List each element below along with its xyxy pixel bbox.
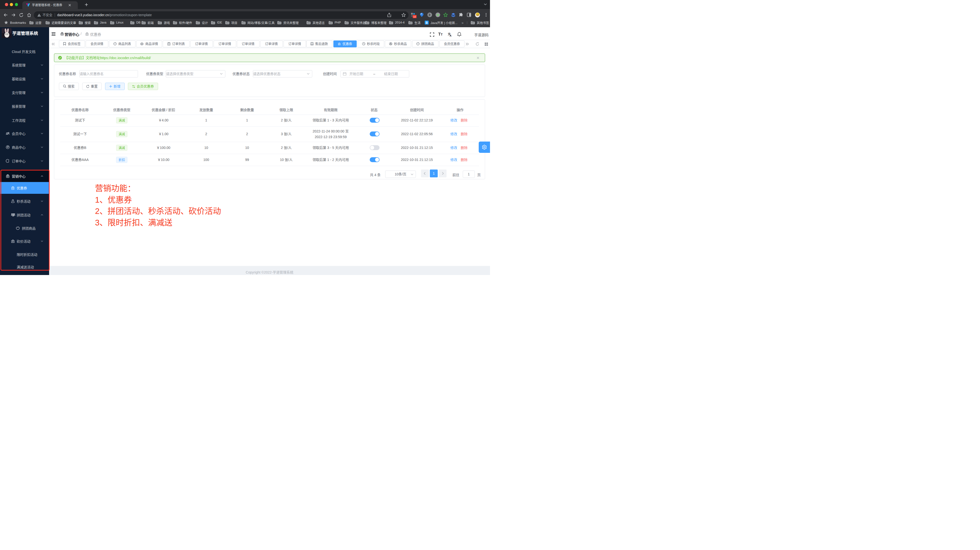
svg-text:A: A bbox=[450, 34, 452, 37]
svg-text:B: B bbox=[426, 21, 428, 25]
